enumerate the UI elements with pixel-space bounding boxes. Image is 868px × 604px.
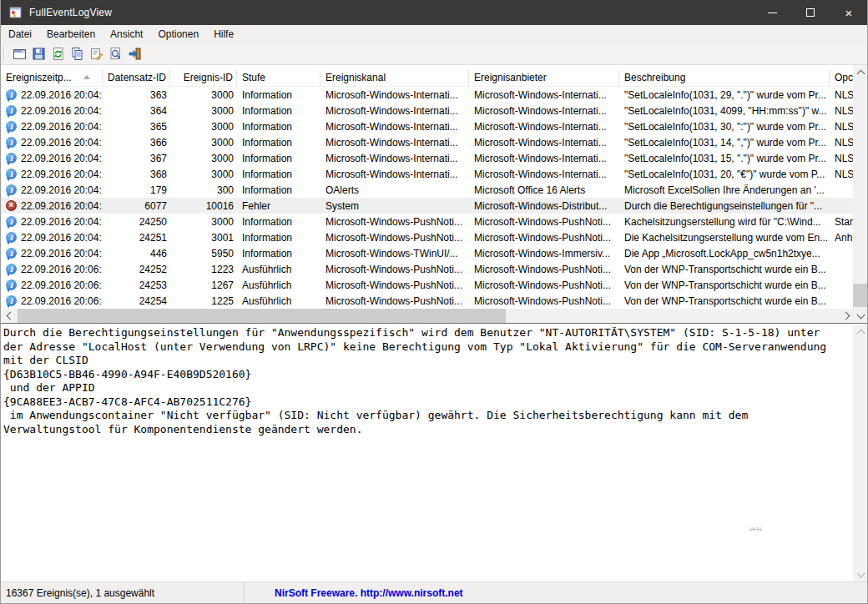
cell-level: Information bbox=[237, 87, 320, 103]
maximize-button[interactable] bbox=[791, 0, 830, 25]
cell-record-id: 446 bbox=[103, 245, 170, 261]
menu-ansicht[interactable]: Ansicht bbox=[103, 25, 150, 43]
menu-datei[interactable]: Datei bbox=[1, 25, 39, 43]
menu-bearbeiten[interactable]: Bearbeiten bbox=[39, 25, 103, 43]
cell-event-id: 3000 bbox=[170, 134, 237, 150]
vertical-scroll-thumb[interactable] bbox=[853, 284, 868, 307]
refresh-button[interactable] bbox=[48, 44, 68, 63]
properties-button[interactable] bbox=[87, 44, 106, 63]
column-header-label: Datensatz-ID bbox=[108, 72, 166, 83]
table-row[interactable]: 22.09.2016 20:04:... 179 300 Information… bbox=[1, 182, 854, 198]
cell-opcode bbox=[830, 245, 854, 261]
choose-data-source-button[interactable] bbox=[10, 44, 29, 63]
event-count-status: 16367 Ereignis(se), 1 ausgewählt bbox=[1, 582, 245, 603]
cell-provider: Microsoft-Windows-Internati... bbox=[469, 150, 619, 166]
save-button[interactable] bbox=[29, 44, 48, 63]
nirsoft-link[interactable]: NirSoft Freeware. http://www.nirsoft.net bbox=[275, 587, 463, 599]
column-header-opcode[interactable]: Opc bbox=[830, 69, 854, 86]
cell-level: Fehler bbox=[237, 198, 320, 214]
info-icon bbox=[6, 89, 17, 100]
table-row[interactable]: 22.09.2016 20:04:... 24250 3000 Informat… bbox=[1, 214, 854, 229]
column-header-time[interactable]: Ereigniszeitp... bbox=[1, 69, 103, 86]
cell-provider: Microsoft-Windows-Internati... bbox=[469, 87, 619, 103]
cell-channel: Microsoft-Windows-Internati... bbox=[320, 150, 469, 166]
cell-provider: Microsoft Office 16 Alerts bbox=[469, 182, 619, 198]
cell-event-id: 300 bbox=[170, 182, 237, 198]
column-header-level[interactable]: Stufe bbox=[237, 69, 320, 86]
list-vertical-scrollbar[interactable] bbox=[853, 65, 868, 323]
list-horizontal-scrollbar[interactable] bbox=[1, 309, 854, 323]
copy-button[interactable] bbox=[68, 44, 87, 63]
info-icon bbox=[6, 105, 17, 116]
table-row[interactable]: 22.09.2016 20:04:... 368 3000 Informatio… bbox=[1, 166, 854, 182]
cell-provider: Microsoft-Windows-Internati... bbox=[469, 166, 619, 182]
column-header-channel[interactable]: Ereigniskanal bbox=[320, 69, 469, 86]
column-header-provider[interactable]: Ereignisanbieter bbox=[469, 69, 619, 86]
cell-opcode: NLS- bbox=[830, 103, 854, 118]
app-window: FullEventLogView × Datei Bearbeiten Ansi… bbox=[0, 0, 868, 604]
event-description-pane[interactable]: Durch die Berechtigungseinstellungen für… bbox=[1, 323, 867, 581]
cell-provider: Microsoft-Windows-PushNoti... bbox=[469, 229, 619, 245]
app-icon bbox=[9, 6, 23, 19]
exit-button[interactable] bbox=[125, 44, 144, 63]
table-row[interactable]: 22.09.2016 20:04:... 365 3000 Informatio… bbox=[1, 118, 854, 134]
cell-opcode: NLS- bbox=[830, 150, 854, 166]
close-button[interactable]: × bbox=[830, 0, 868, 25]
scroll-right-button[interactable] bbox=[840, 309, 854, 323]
table-row[interactable]: 22.09.2016 20:06:... 24253 1267 Ausführl… bbox=[1, 277, 854, 293]
cell-time: 22.09.2016 20:06:... bbox=[21, 279, 103, 291]
menu-optionen[interactable]: Optionen bbox=[150, 25, 206, 43]
scroll-up-button[interactable] bbox=[853, 65, 868, 79]
cell-opcode bbox=[830, 198, 854, 214]
cell-provider: Microsoft-Windows-PushNoti... bbox=[469, 214, 619, 229]
cell-channel: Microsoft-Windows-Internati... bbox=[320, 118, 469, 134]
menu-hilfe[interactable]: Hilfe bbox=[206, 25, 241, 43]
cell-event-id: 3000 bbox=[170, 103, 237, 118]
column-header-record_id[interactable]: Datensatz-ID bbox=[103, 69, 170, 86]
scroll-left-button[interactable] bbox=[1, 309, 16, 323]
cell-time: 22.09.2016 20:04:... bbox=[21, 200, 103, 212]
find-button[interactable] bbox=[106, 44, 125, 63]
cell-channel: OAlerts bbox=[320, 182, 469, 198]
table-row[interactable]: 22.09.2016 20:04:... 24251 3001 Informat… bbox=[1, 229, 854, 245]
cell-event-id: 5950 bbox=[170, 245, 237, 261]
column-header-label: Ereigniszeitp... bbox=[6, 72, 72, 83]
scroll-down-button[interactable] bbox=[853, 309, 868, 323]
info-icon bbox=[6, 169, 17, 179]
exit-icon bbox=[128, 47, 142, 61]
column-header-label: Ereigniskanal bbox=[326, 72, 386, 83]
cell-level: Information bbox=[237, 166, 320, 182]
cell-time: 22.09.2016 20:04:... bbox=[21, 184, 103, 196]
cell-record-id: 24252 bbox=[103, 261, 170, 277]
horizontal-scroll-thumb[interactable] bbox=[18, 309, 506, 323]
cell-opcode: Start bbox=[830, 214, 854, 229]
cell-time: 22.09.2016 20:04:... bbox=[21, 137, 103, 148]
column-header-description[interactable]: Beschreibung bbox=[619, 69, 830, 86]
table-row[interactable]: 22.09.2016 20:04:... 6077 10016 Fehler S… bbox=[1, 198, 854, 214]
cell-level: Information bbox=[237, 229, 320, 245]
table-row[interactable]: 22.09.2016 20:04:... 364 3000 Informatio… bbox=[1, 103, 854, 118]
cell-level: Information bbox=[237, 134, 320, 150]
table-row[interactable]: 22.09.2016 20:04:... 363 3000 Informatio… bbox=[1, 87, 854, 103]
table-row[interactable]: 22.09.2016 20:04:... 367 3000 Informatio… bbox=[1, 150, 854, 166]
column-header-event_id[interactable]: Ereignis-ID bbox=[170, 69, 237, 86]
minimize-button[interactable] bbox=[753, 0, 791, 25]
cell-level: Information bbox=[237, 103, 320, 118]
info-icon bbox=[6, 232, 17, 243]
cell-record-id: 363 bbox=[103, 87, 170, 103]
details-vertical-scrollbar[interactable] bbox=[853, 325, 867, 581]
table-row[interactable]: 22.09.2016 20:04:... 446 5950 Informatio… bbox=[1, 245, 854, 261]
table-row[interactable]: 22.09.2016 20:06:... 24252 1223 Ausführl… bbox=[1, 261, 854, 277]
cell-provider: Microsoft-Windows-Immersiv... bbox=[469, 245, 619, 261]
info-icon bbox=[6, 184, 17, 195]
cell-description: "SetLocaleInfo(1031, 4099, "HH:mm:ss")" … bbox=[619, 103, 830, 118]
cell-description: Von der WNP-Transportschicht wurde ein B… bbox=[619, 293, 830, 309]
cell-time: 22.09.2016 20:04:... bbox=[21, 248, 103, 259]
cell-provider: Microsoft-Windows-Distribut... bbox=[469, 198, 619, 214]
cell-channel: Microsoft-Windows-Internati... bbox=[320, 134, 469, 150]
details-scroll-down-button[interactable] bbox=[853, 567, 867, 581]
table-row[interactable]: 22.09.2016 20:04:... 366 3000 Informatio… bbox=[1, 134, 854, 150]
details-scroll-up-button[interactable] bbox=[853, 325, 867, 339]
cell-record-id: 368 bbox=[103, 166, 170, 182]
table-row[interactable]: 22.09.2016 20:06:... 24254 1225 Ausführl… bbox=[1, 293, 854, 309]
